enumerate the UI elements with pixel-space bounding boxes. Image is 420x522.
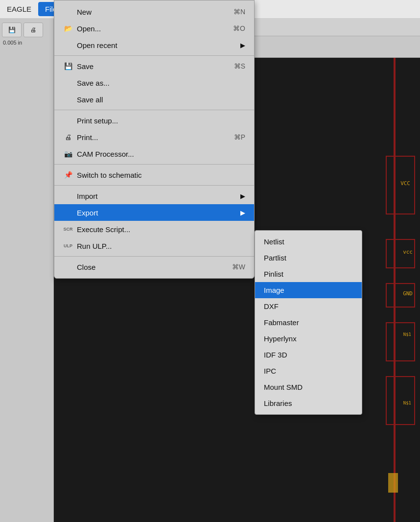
pcb-label-n2: N$1 [403, 401, 411, 405]
menu-sep-2 [54, 110, 254, 110]
new-label: New [77, 8, 92, 16]
export-submenu: Netlist Partlist Pinlist Image DXF Fabma… [255, 230, 362, 415]
new-shortcut: ⌘N [233, 8, 245, 16]
sidebar-print-btn[interactable]: 🖨 [23, 23, 43, 37]
submenu-item-netlist[interactable]: Netlist [255, 234, 362, 250]
print-setup-label: Print setup... [77, 117, 118, 125]
submenu-item-hyperlynx[interactable]: Hyperlynx [255, 331, 362, 347]
menu-item-save-all[interactable]: Save all [54, 91, 254, 108]
file-dropdown-menu: New ⌘N 📂 Open... ⌘O Open recent ▶ 💾 Save… [54, 0, 255, 279]
open-shortcut: ⌘O [233, 24, 245, 32]
submenu-item-mount-smd[interactable]: Mount SMD [255, 379, 362, 395]
mount-smd-label: Mount SMD [264, 383, 303, 391]
menu-item-open-recent[interactable]: Open recent ▶ [54, 37, 254, 53]
left-sidebar: 💾 🖨 0.005 in [0, 19, 54, 522]
cam-icon: 📷 [63, 149, 73, 159]
open-label: Open... [77, 24, 101, 33]
run-ulp-label: Run ULP... [77, 242, 112, 250]
import-arrow: ▶ [240, 192, 245, 200]
switch-schematic-icon: 📌 [63, 170, 73, 180]
close-icon [63, 262, 73, 272]
menu-item-switch-schematic[interactable]: 📌 Switch to schematic [54, 166, 254, 183]
export-label: Export [77, 209, 98, 217]
execute-script-icon: SCR [63, 224, 73, 234]
menubar-eagle[interactable]: EAGLE [0, 2, 38, 16]
pinlist-label: Pinlist [264, 270, 283, 278]
sidebar-save-btn[interactable]: 💾 [2, 23, 22, 37]
save-icon: 💾 [63, 61, 73, 71]
pcb-label-vcc2: vcc [403, 249, 413, 255]
submenu-item-libraries[interactable]: Libraries [255, 395, 362, 411]
fabmaster-label: Fabmaster [264, 318, 299, 327]
image-label: Image [264, 286, 284, 294]
save-as-icon [63, 78, 73, 88]
submenu-item-fabmaster[interactable]: Fabmaster [255, 314, 362, 331]
menu-item-new[interactable]: New ⌘N [54, 3, 254, 20]
menu-item-open[interactable]: 📂 Open... ⌘O [54, 20, 254, 37]
partlist-label: Partlist [264, 254, 286, 262]
submenu-item-idf3d[interactable]: IDF 3D [255, 347, 362, 363]
export-icon [63, 208, 73, 217]
save-as-label: Save as... [77, 79, 110, 87]
menu-item-run-ulp[interactable]: ULP Run ULP... [54, 237, 254, 254]
pcb-label-n1: N$1 [403, 332, 411, 337]
libraries-label: Libraries [264, 399, 292, 407]
sidebar-measurement: 0.005 in [2, 39, 51, 47]
ipc-label: IPC [264, 367, 276, 375]
menu-item-save-as[interactable]: Save as... [54, 74, 254, 91]
close-label: Close [77, 263, 95, 271]
pcb-label-vcc: VCC [400, 180, 410, 187]
pcb-rect-4 [386, 322, 415, 361]
hyperlynx-label: Hyperlynx [264, 334, 297, 343]
import-label: Import [77, 192, 98, 200]
menu-item-print-setup[interactable]: Print setup... [54, 112, 254, 129]
netlist-label: Netlist [264, 237, 284, 246]
save-label: Save [77, 62, 93, 71]
menu-item-export[interactable]: Export ▶ [54, 204, 254, 221]
menu-sep-1 [54, 55, 254, 56]
execute-script-label: Execute Script... [77, 225, 130, 234]
open-recent-arrow: ▶ [240, 42, 245, 49]
idf3d-label: IDF 3D [264, 351, 287, 359]
menu-item-cam[interactable]: 📷 CAM Processor... [54, 145, 254, 162]
switch-schematic-label: Switch to schematic [77, 171, 142, 179]
cam-label: CAM Processor... [77, 150, 134, 158]
dxf-label: DXF [264, 302, 279, 310]
save-all-icon [63, 95, 73, 104]
menu-item-import[interactable]: Import ▶ [54, 188, 254, 204]
new-icon [63, 7, 73, 17]
pcb-connector [388, 473, 398, 493]
submenu-item-image[interactable]: Image [255, 282, 362, 298]
menu-sep-4 [54, 185, 254, 186]
print-label: Print... [77, 133, 98, 142]
save-all-label: Save all [77, 95, 103, 104]
menu-item-save[interactable]: 💾 Save ⌘S [54, 58, 254, 74]
open-icon: 📂 [63, 24, 73, 33]
save-shortcut: ⌘S [234, 62, 245, 70]
menu-sep-3 [54, 164, 254, 165]
submenu-item-pinlist[interactable]: Pinlist [255, 266, 362, 282]
pcb-label-gnd: GND [403, 290, 413, 297]
print-shortcut: ⌘P [234, 133, 245, 141]
menu-sep-5 [54, 256, 254, 257]
menu-item-execute-script[interactable]: SCR Execute Script... [54, 221, 254, 237]
close-shortcut: ⌘W [232, 263, 245, 271]
open-recent-icon [63, 40, 73, 50]
open-recent-label: Open recent [77, 41, 117, 49]
print-setup-icon [63, 116, 73, 125]
submenu-item-ipc[interactable]: IPC [255, 363, 362, 379]
run-ulp-icon: ULP [63, 241, 73, 251]
submenu-item-partlist[interactable]: Partlist [255, 250, 362, 266]
menu-item-print[interactable]: 🖨 Print... ⌘P [54, 129, 254, 145]
menu-item-close[interactable]: Close ⌘W [54, 259, 254, 275]
import-icon [63, 191, 73, 201]
submenu-item-dxf[interactable]: DXF [255, 298, 362, 314]
print-icon: 🖨 [63, 132, 73, 142]
export-arrow: ▶ [240, 209, 245, 216]
